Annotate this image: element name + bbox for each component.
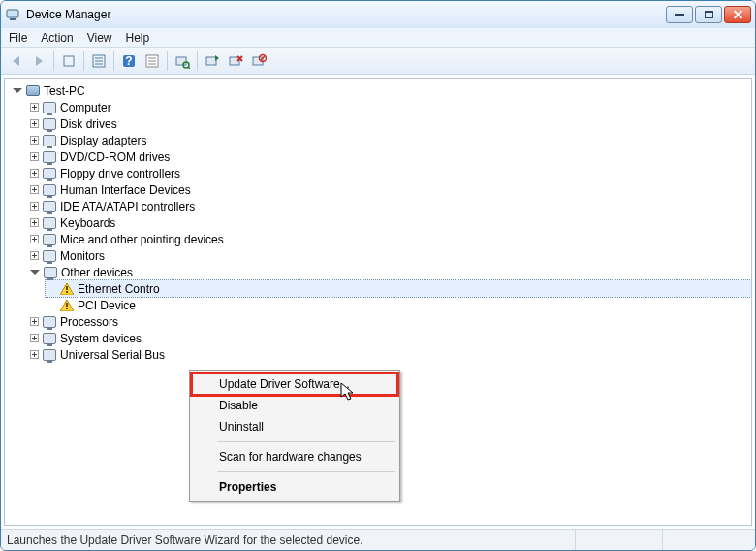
svg-rect-26	[66, 308, 68, 309]
ctx-separator	[217, 441, 395, 442]
nav-forward-button[interactable]	[28, 50, 49, 72]
tree-item-label: Disk drives	[60, 117, 117, 131]
scan-hardware-button[interactable]	[172, 50, 193, 72]
device-tree[interactable]: Test-PC ComputerDisk drivesDisplay adapt…	[4, 78, 752, 526]
tree-item-label: IDE ATA/ATAPI controllers	[60, 200, 195, 213]
expander-icon[interactable]	[13, 86, 22, 96]
svg-rect-25	[66, 303, 68, 307]
action-list-button[interactable]	[142, 50, 163, 72]
expander-icon[interactable]	[30, 218, 39, 227]
tree-item-label: Processors	[60, 315, 118, 329]
tree-item[interactable]: Ethernet Contro	[46, 280, 751, 297]
tree-item[interactable]: DVD/CD-ROM drives	[28, 148, 751, 165]
tree-item-label: Human Interface Devices	[60, 183, 191, 197]
svg-text:?: ?	[125, 54, 132, 68]
device-icon	[42, 331, 57, 346]
ctx-scan[interactable]: Scan for hardware changes	[192, 446, 397, 468]
expander-icon[interactable]	[30, 317, 39, 326]
device-icon	[42, 347, 57, 363]
expander-icon[interactable]	[30, 235, 39, 243]
ctx-properties[interactable]: Properties	[192, 476, 397, 498]
expander-icon[interactable]	[30, 334, 39, 342]
tree-item-label: Display adapters	[60, 134, 146, 147]
tree-item[interactable]: Computer	[28, 99, 751, 115]
expander-icon[interactable]	[30, 152, 39, 161]
tree-item-label: Computer	[60, 101, 111, 114]
tree-root-label: Test-PC	[44, 84, 85, 98]
tree-item-label: Mice and other pointing devices	[60, 233, 224, 246]
tree-item[interactable]: Other devices	[28, 264, 751, 280]
tree-item[interactable]: Display adapters	[28, 132, 751, 148]
ctx-uninstall[interactable]: Uninstall	[192, 416, 397, 438]
nav-back-button[interactable]	[5, 50, 26, 72]
device-icon	[42, 232, 57, 247]
tree-item-label: PCI Device	[78, 299, 136, 312]
expander-icon[interactable]	[30, 169, 39, 178]
menu-view[interactable]: View	[87, 31, 112, 45]
tree-item[interactable]: Human Interface Devices	[28, 181, 751, 198]
toolbar: ?	[1, 48, 755, 75]
menu-bar: File Action View Help	[1, 28, 755, 48]
device-icon	[42, 116, 57, 132]
show-hidden-button[interactable]	[58, 50, 79, 72]
tree-item[interactable]: PCI Device	[46, 297, 751, 313]
disable-button[interactable]	[248, 50, 269, 72]
svg-rect-2	[64, 56, 74, 66]
expander-icon[interactable]	[30, 268, 40, 277]
tree-root[interactable]: Test-PC	[11, 82, 751, 99]
expander-icon[interactable]	[30, 103, 39, 112]
minimize-button[interactable]	[666, 6, 693, 23]
expander-icon[interactable]	[30, 350, 39, 359]
tree-item-label: Floppy drive controllers	[60, 167, 180, 180]
ctx-disable[interactable]: Disable	[192, 395, 397, 416]
computer-icon	[25, 83, 41, 99]
toolbar-separator	[167, 51, 168, 71]
maximize-button[interactable]	[695, 6, 722, 23]
device-icon	[42, 215, 57, 231]
help-button[interactable]: ?	[118, 50, 140, 72]
device-icon	[42, 133, 57, 148]
tree-item[interactable]: Mice and other pointing devices	[28, 231, 751, 247]
tree-item-label: DVD/CD-ROM drives	[60, 150, 170, 164]
expander-icon[interactable]	[30, 119, 39, 128]
tree-item[interactable]: System devices	[28, 330, 751, 346]
expander-icon[interactable]	[30, 136, 39, 145]
status-cell	[575, 530, 662, 550]
toolbar-separator	[113, 51, 114, 71]
tree-item[interactable]: Monitors	[28, 247, 751, 264]
svg-rect-13	[176, 57, 186, 65]
tree-item-label: System devices	[60, 332, 142, 345]
device-icon	[42, 149, 57, 165]
tree-item[interactable]: Disk drives	[28, 115, 751, 132]
menu-action[interactable]: Action	[41, 31, 73, 45]
menu-file[interactable]: File	[9, 31, 27, 45]
ctx-update-driver[interactable]: Update Driver Software...	[192, 373, 397, 395]
tree-item[interactable]: Floppy drive controllers	[28, 165, 751, 181]
properties-button[interactable]	[88, 50, 110, 72]
tree-item-label: Other devices	[61, 266, 133, 279]
svg-rect-0	[7, 10, 18, 17]
device-manager-window: Device Manager File Action View Help ?	[0, 0, 756, 551]
expander-icon[interactable]	[30, 202, 39, 211]
tree-item[interactable]: IDE ATA/ATAPI controllers	[28, 198, 751, 214]
expander-icon[interactable]	[30, 185, 39, 194]
svg-rect-23	[66, 286, 68, 290]
context-menu: Update Driver Software... Disable Uninst…	[189, 370, 400, 502]
close-button[interactable]	[724, 6, 751, 23]
tree-item[interactable]: Processors	[28, 313, 751, 330]
expander-icon[interactable]	[30, 251, 39, 260]
tree-item[interactable]: Universal Serial Bus	[28, 346, 751, 363]
window-title: Device Manager	[26, 8, 110, 21]
tree-item-label: Universal Serial Bus	[60, 348, 165, 362]
update-driver-button[interactable]	[202, 50, 223, 72]
app-icon	[5, 7, 20, 22]
toolbar-separator	[53, 51, 54, 71]
titlebar[interactable]: Device Manager	[1, 1, 755, 28]
menu-help[interactable]: Help	[126, 31, 150, 45]
svg-rect-24	[66, 291, 68, 293]
uninstall-button[interactable]	[225, 50, 246, 72]
tree-item[interactable]: Keyboards	[28, 214, 751, 231]
device-icon	[42, 182, 57, 198]
status-text: Launches the Update Driver Software Wiza…	[7, 534, 363, 547]
toolbar-separator	[83, 51, 84, 71]
